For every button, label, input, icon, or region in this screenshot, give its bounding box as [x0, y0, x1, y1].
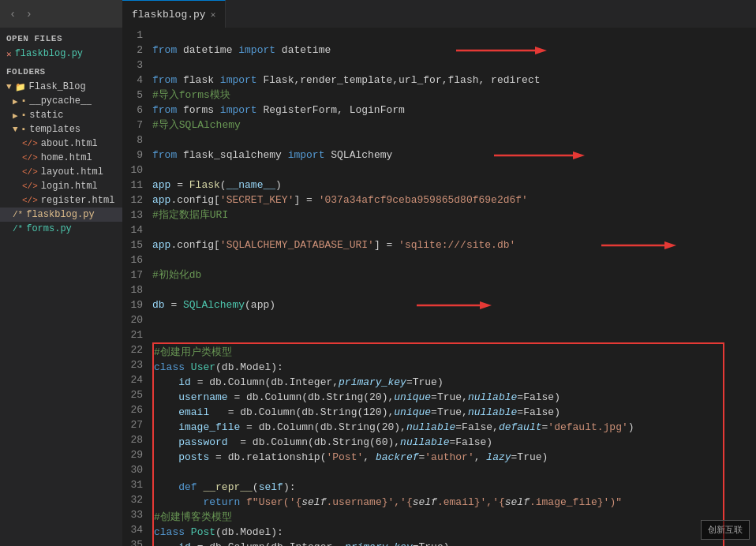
code-line-3: #导入forms模块 [152, 88, 740, 103]
register-label: register.html [41, 195, 115, 206]
svg-marker-7 [480, 301, 492, 309]
chevron-down-icon2: ▼ [13, 125, 18, 134]
svg-marker-1 [535, 47, 547, 54]
py-icon: /* [13, 210, 23, 219]
home-label: home.html [41, 152, 92, 163]
code-line-10: app.config['SQLALCHEMY_DATABASE_URI'] = … [152, 223, 740, 267]
top-bar: ‹ › flaskblog.py ✕ [0, 0, 756, 28]
open-file-label: flaskblog.py [15, 48, 83, 59]
tab-area: flaskblog.py ✕ [122, 0, 756, 28]
code-line-22 [154, 465, 723, 480]
folder-icon2: ▪ [21, 110, 27, 120]
code-line-26: class Post(db.Model): [154, 525, 723, 540]
static-label: static [29, 110, 63, 121]
code-line-6: from flask_sqlalchemy import SQLAlchemy [152, 133, 740, 178]
nav-forward[interactable]: › [22, 6, 35, 22]
html-icon: </> [22, 139, 38, 148]
file-flaskblog-active[interactable]: /* flaskblog.py [0, 208, 122, 222]
layout-label: layout.html [41, 166, 103, 178]
folder-flask-blog[interactable]: ▼ 📁 Flask_Blog [0, 80, 122, 94]
sidebar-header: ‹ › [0, 0, 122, 28]
svg-marker-3 [573, 151, 585, 159]
file-home[interactable]: </> home.html [0, 151, 122, 165]
close-icon[interactable]: ✕ [6, 49, 12, 59]
code-line-18: email = db.Column(db.String(120),unique=… [154, 405, 723, 420]
pycache-label: __pycache__ [29, 95, 92, 107]
code-line-8: app.config['SECRET_KEY'] = '037a34afcf9c… [152, 193, 740, 208]
line-numbers: 12345 678910 1112131415 1617181920 21222… [122, 28, 152, 546]
folder-icon: ▪ [21, 96, 27, 106]
file-layout[interactable]: </> layout.html [0, 165, 122, 179]
code-line-21: posts = db.relationship('Post', backref=… [154, 450, 723, 465]
code-line-5: #导入SQLAlchemy [152, 118, 740, 133]
folder-pycache[interactable]: ▶ ▪ __pycache__ [0, 94, 122, 108]
login-label: login.html [41, 181, 98, 192]
code-line-13 [152, 327, 740, 342]
svg-marker-5 [664, 241, 676, 249]
code-line-15: class User(db.Model): [154, 360, 723, 375]
code-line-4: from forms import RegisterForm, LoginFor… [152, 103, 740, 118]
file-forms[interactable]: /* forms.py [0, 222, 122, 236]
templates-label: templates [29, 124, 80, 135]
chevron-right-icon2: ▶ [13, 110, 18, 121]
code-line-23: def __repr__(self): [154, 480, 723, 495]
file-about[interactable]: </> about.html [0, 136, 122, 151]
tab-flaskblog[interactable]: flaskblog.py ✕ [122, 0, 226, 28]
nav-back[interactable]: ‹ [6, 6, 19, 22]
folder-label: Flask_Blog [29, 81, 86, 92]
code-line-25: #创建博客类模型 [154, 510, 723, 525]
html-icon3: </> [22, 167, 38, 177]
folder-static[interactable]: ▶ ▪ static [0, 108, 122, 122]
folder-icon3: ▪ [21, 125, 27, 134]
html-icon4: </> [22, 181, 38, 191]
folder-templates[interactable]: ▼ ▪ templates [0, 122, 122, 136]
editor[interactable]: 12345 678910 1112131415 1617181920 21222… [122, 28, 756, 546]
code-line-17: username = db.Column(db.String(20),uniqu… [154, 390, 723, 405]
code-container: 12345 678910 1112131415 1617181920 21222… [122, 28, 756, 546]
chevron-right-icon: ▶ [13, 96, 18, 107]
main-content: OPEN FILES ✕ flaskblog.py FOLDERS ▼ 📁 Fl… [0, 28, 756, 546]
code-line-27: id = db.Column(db.Integer, primary_key=T… [154, 540, 723, 546]
folders-title: FOLDERS [0, 61, 122, 80]
nav-arrows[interactable]: ‹ › [6, 6, 36, 22]
code-line-2: from flask import Flask,render_template,… [152, 73, 740, 88]
watermark: 创新互联 [701, 520, 750, 540]
forms-label: forms.py [26, 223, 72, 234]
code-line-11: #初始化db [152, 267, 740, 282]
code-line-12: db = SQLAlchemy(app) [152, 282, 740, 327]
code-line-9: #指定数据库URI [152, 208, 740, 223]
code-line-14: #创建用户类模型 [154, 345, 723, 360]
sidebar: OPEN FILES ✕ flaskblog.py FOLDERS ▼ 📁 Fl… [0, 28, 122, 546]
html-icon5: </> [22, 196, 38, 205]
code-line-20: password = db.Column(db.String(60),nulla… [154, 435, 723, 450]
folder-icon: 📁 [15, 82, 26, 92]
code-line-1: from datetime import datetime [152, 28, 740, 73]
open-files-title: OPEN FILES [0, 28, 122, 47]
py-icon2: /* [13, 224, 23, 234]
chevron-down-icon: ▼ [6, 82, 12, 92]
file-register[interactable]: </> register.html [0, 193, 122, 208]
code-line-7: app = Flask(__name__) [152, 178, 740, 193]
html-icon2: </> [22, 153, 38, 163]
watermark-text: 创新互联 [708, 525, 743, 534]
code-line-19: image_file = db.Column(db.String(20),nul… [154, 420, 723, 435]
about-label: about.html [41, 138, 98, 149]
file-login[interactable]: </> login.html [0, 179, 122, 193]
code-line-24: return f"User('{self.username}','{self.e… [154, 495, 723, 510]
code-lines: from datetime import datetime from flask… [152, 28, 756, 546]
open-file-flaskblog[interactable]: ✕ flaskblog.py [0, 47, 122, 61]
flaskblog-py-label: flaskblog.py [26, 209, 94, 220]
tab-close[interactable]: ✕ [211, 9, 216, 20]
code-line-16: id = db.Column(db.Integer,primary_key=Tr… [154, 375, 723, 390]
tab-label: flaskblog.py [132, 9, 206, 21]
